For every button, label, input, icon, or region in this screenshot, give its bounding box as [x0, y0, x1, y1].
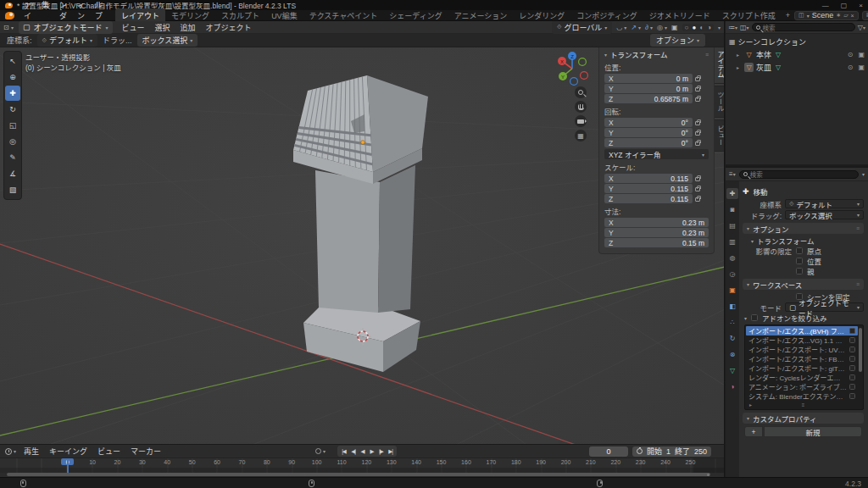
properties-tab[interactable]: ↻ — [726, 333, 738, 344]
options-dropdown[interactable]: オプション▾ — [650, 34, 705, 47]
filter-funnel-icon[interactable]: ▽▾ — [858, 24, 865, 31]
workspace-tab[interactable]: レンダリング — [513, 8, 570, 22]
collapse-icon[interactable]: ▾ — [604, 52, 607, 58]
add-property-button[interactable]: + — [744, 426, 763, 437]
properties-tab[interactable]: ▽ — [726, 365, 738, 376]
timeline-scrollbar[interactable] — [7, 473, 710, 476]
shading-mode-icon[interactable]: ● — [692, 24, 696, 31]
rotation-mode-dropdown[interactable]: XYZ オイラー角▾ — [604, 149, 709, 159]
workspace-section-header[interactable]: ▾ワークスペース≡ — [743, 279, 864, 290]
workspace-tab[interactable]: コンポジティング — [570, 8, 643, 22]
grid-icon[interactable]: ▦ — [575, 130, 587, 141]
dimension-field[interactable]: X0.23 m — [604, 218, 709, 227]
pan-icon[interactable] — [575, 101, 587, 113]
editor-type-icon[interactable]: ▾ — [5, 448, 16, 455]
coord-dropdown[interactable]: ⟐ デフォルト▾ — [785, 199, 864, 208]
scene-selector[interactable]: ◫▾ Scene ∗▱× — [794, 11, 859, 20]
tool-button[interactable]: ↻ — [5, 102, 20, 117]
location-field[interactable]: X0 m — [604, 74, 693, 83]
viewport-menu-item[interactable]: 選択 — [151, 21, 175, 34]
workspace-tab[interactable]: モデリング — [165, 8, 215, 22]
addon-row[interactable]: インポート/エクスポート: UVレイアウト — [746, 345, 858, 354]
collapse-icon[interactable]: ▾ — [744, 315, 747, 321]
location-field[interactable]: Y0 m — [604, 84, 693, 93]
stopwatch-icon[interactable] — [637, 448, 643, 454]
properties-tab[interactable]: ⊗ — [726, 349, 738, 360]
end-frame-field[interactable]: 250 — [694, 447, 707, 456]
snap-magnet-icon[interactable]: ◡▾ — [616, 24, 626, 31]
addon-checkbox[interactable] — [849, 384, 855, 390]
filter-addons-checkbox[interactable] — [751, 314, 758, 321]
scale-field[interactable]: X0.115 — [604, 174, 693, 183]
coord-dropdown[interactable]: ⟐ デフォルト▾ — [37, 34, 98, 47]
playback-button[interactable]: |◀ — [339, 446, 348, 457]
scale-field[interactable]: Y0.115 — [604, 184, 693, 193]
shading-dropdown-icon[interactable]: ▾ — [718, 25, 721, 30]
panel-grip-icon[interactable]: ≡ — [705, 52, 709, 58]
list-grip-icon[interactable]: ≡ — [802, 402, 805, 408]
disable-render-camera-icon[interactable]: ▣ — [858, 51, 865, 58]
workspace-tab[interactable]: シェーディング — [383, 8, 448, 22]
timeline-menu-item[interactable]: マーカー — [126, 446, 165, 457]
addon-row[interactable]: インポート/エクス...(BVH) フォーマット — [746, 326, 858, 336]
start-frame-field[interactable]: 1 — [666, 447, 670, 456]
tool-button[interactable]: ✎ — [5, 150, 20, 165]
properties-tab[interactable]: ✚ — [726, 188, 738, 199]
lock-icon[interactable] — [695, 131, 700, 136]
timeline-menu-item[interactable]: ビュー — [93, 446, 125, 457]
properties-search-input[interactable]: 検索 — [739, 170, 859, 179]
add-workspace-button[interactable]: + — [782, 11, 794, 19]
lock-icon[interactable] — [695, 77, 700, 81]
addon-row[interactable]: レンダー: Cyclesレンダーエンジン — [746, 373, 858, 382]
expand-icon[interactable]: ▸ — [737, 64, 742, 70]
location-field[interactable]: Z0.65875 m — [604, 94, 693, 103]
navigation-gizmo[interactable]: Z X Y — [554, 49, 591, 88]
sidebar-tab[interactable]: アイテム — [715, 45, 725, 84]
current-frame-field[interactable]: 0 — [589, 446, 628, 457]
outliner-object-row[interactable]: ▸ ▽ 灰皿 ▽ ⊙ ▣ — [726, 61, 868, 74]
lock-icon[interactable] — [695, 177, 700, 181]
viewport-3d[interactable]: ⊡ ▾ ▢ オブジェクトモード▾ ビュー選択追加オブジェクト ⟐ グローバル▾ … — [0, 21, 725, 444]
sidebar-tab[interactable]: ビュー — [715, 119, 725, 152]
proportional-edit-icon[interactable]: ∂▾ — [645, 24, 653, 31]
maximize-button[interactable]: ▢ — [841, 2, 848, 9]
overlays-icon[interactable]: ◎▾ — [657, 24, 667, 31]
properties-options-icon[interactable]: ▾ — [862, 171, 865, 177]
shading-mode-icon[interactable]: ○ — [685, 24, 689, 31]
dimension-field[interactable]: Z0.15 m — [604, 238, 709, 247]
shading-mode-icon[interactable]: ◑ — [707, 24, 711, 31]
close-button[interactable]: × — [859, 2, 863, 9]
expand-icon[interactable]: ▸ — [737, 52, 742, 58]
workspace-tab[interactable]: アニメーション — [448, 8, 514, 22]
properties-tab[interactable]: ◍ — [726, 252, 738, 263]
select-mode-dropdown[interactable]: ボックス選択▾ — [137, 34, 198, 47]
tool-button[interactable]: ▧ — [5, 182, 20, 197]
properties-tab[interactable]: ▣ — [726, 285, 738, 296]
lock-icon[interactable] — [695, 97, 700, 102]
addon-checkbox[interactable] — [849, 356, 855, 362]
sidebar-tab[interactable]: ツール — [715, 86, 725, 118]
affect-checkbox[interactable] — [796, 268, 803, 274]
playback-button[interactable]: ◀| — [348, 446, 358, 457]
mode-dropdown[interactable]: ▢ オブジェクトモード▾ — [19, 21, 113, 34]
addon-row[interactable]: インポート/エクスポート: FBX フォーマ... — [746, 354, 858, 363]
viewlayer-selector[interactable]: ≣▾ ViewLayer ▱× — [862, 11, 868, 20]
blender-menu-icon[interactable] — [5, 12, 14, 19]
display-mode-icon[interactable]: ◫▾ — [740, 24, 749, 31]
addon-row[interactable]: インポート/エクスポート: glTF 2.0フォ... — [746, 363, 858, 373]
transform-subsection-header[interactable]: ▾トランスフォーム — [743, 236, 864, 246]
workspace-tab[interactable]: UV編集 — [265, 8, 303, 22]
workspace-tab[interactable]: スクリプト作成 — [716, 8, 782, 22]
addon-checkbox[interactable] — [849, 393, 855, 399]
shading-mode-icon[interactable]: ◐ — [699, 24, 704, 31]
zoom-icon[interactable] — [575, 86, 587, 98]
tool-button[interactable]: ✚ — [5, 86, 20, 101]
rotation-field[interactable]: Z0° — [604, 138, 693, 147]
lock-icon[interactable] — [695, 87, 700, 92]
playback-button[interactable]: ◀ — [358, 446, 367, 457]
addon-checkbox[interactable] — [849, 365, 855, 371]
tool-button[interactable]: ⊕ — [5, 69, 20, 85]
list-expand-icon[interactable]: ▸ — [749, 402, 752, 408]
lock-icon[interactable] — [695, 121, 700, 125]
playhead[interactable] — [67, 458, 69, 473]
